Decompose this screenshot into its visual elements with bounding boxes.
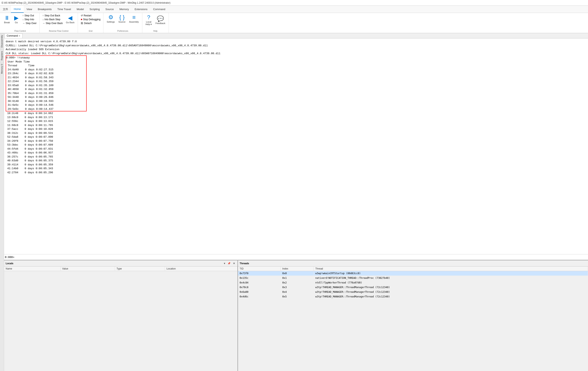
menu-item-model[interactable]: Model [74,6,87,13]
command-input-bar: 0:000> [4,254,588,260]
output-line-20: 13:68c0 0 days 0:00:13.171 [6,115,586,120]
output-line-19: 10:2c48 0 days 0:00:14.062 [6,111,586,115]
command-tab[interactable]: Command ✕ [4,33,22,38]
threads-col-tid: TID [238,266,281,271]
output-line-23: 37:5acc 0 days 0:00:10.828 [6,127,586,131]
output-line-18: 29:5d3c 0 days 0:00:14.437 [6,107,86,111]
output-line-3: CLR DLL status: Loaded DLL C:\ProgramDat… [6,51,586,56]
ribbon-btn-source[interactable]: { }Source [117,14,127,24]
output-line-17: 31:6e5c 0 days 0:00:14.546 [6,103,86,107]
thread-name: w3wp!wmainCRTStartup (00d63cc0) [314,271,588,276]
ribbon: ⏸Break▶Go↑Step Out↓Step Into→Step OverFl… [0,13,588,33]
menu-item-scripting[interactable]: Scripting [87,6,103,13]
menu-item-memory[interactable]: Memory [116,6,132,13]
command-output[interactable]: doesn t match desired version 4.8.4739.0… [4,38,588,254]
thread-index: 0x5 [281,294,314,299]
menu-item-command[interactable]: Command [150,6,168,13]
output-line-27: 53:3bbc 0 days 0:00:07.609 [6,143,586,147]
main-area: Command ✕ doesn t match desired version … [4,33,588,371]
thread-tid: 0x4c84 [238,281,281,285]
menu-item-breakpoints[interactable]: Breakpoints [35,6,55,13]
threads-panel-header: Threads [238,261,588,266]
ribbon-btn-break[interactable]: ⏸Break [2,14,11,24]
menu-item-file[interactable]: 文件 [0,6,11,13]
thread-row[interactable]: 0x6a80 0x4 w3tp!THREAD_MANAGER::ThreadMa… [238,290,588,294]
ribbon-btn-step-into[interactable]: ↓Step Into [21,18,38,21]
menu-item-home[interactable]: Home [11,6,24,13]
ribbon-btn-step-over-back[interactable]: →Step Over Back [41,21,64,25]
menu-item-extensions[interactable]: Extensions [132,6,150,13]
thread-tid: 0x135c [238,276,281,281]
thread-name: nativerd!NOTIFICATION_THREAD::ThreadProc… [314,276,588,281]
ribbon-group-help: ?Local Help ▾💬FeedbackHelp [142,13,169,33]
thread-index: 0x0 [281,271,314,276]
locals-panel-dropdown[interactable]: ▾ [223,262,226,265]
ribbon-btn-go[interactable]: ▶Go [12,14,21,24]
locals-table: Name Value Type Location [4,266,237,271]
command-input-field[interactable] [15,256,587,259]
output-line-10: 21:4834 0 days 0:01:58.343 [6,76,86,80]
command-tab-close[interactable]: ✕ [19,35,20,37]
side-tab-disassembly[interactable]: Disassembly [0,33,4,49]
output-line-31: 40:63d0 0 days 0:00:05.375 [6,159,586,163]
locals-panel-header: Locals ▾ 📌 ✕ [4,261,237,266]
output-line-30: 36:257c 0 days 0:00:05.765 [6,155,586,159]
output-line-21: 12:556c 0 days 0:00:13.015 [6,119,586,123]
output-line-8: 24:6d40 0 days 0:02:27.515 [6,68,86,72]
menu-bar: 文件HomeViewBreakpointsTime TravelModelScr… [0,6,588,13]
ribbon-btn-assembly[interactable]: ≡Assembly [127,14,140,24]
threads-panel-title: Threads [240,262,249,265]
command-prompt: 0:000> [5,256,14,259]
ribbon-btn-step-out-back[interactable]: ↑Step Out Back [41,14,64,17]
thread-index: 0x3 [281,285,314,290]
ribbon-btn-local-help[interactable]: ?Local Help ▾ [144,14,154,27]
menu-item-view[interactable]: View [24,6,35,13]
output-line-32: 39:4114 0 days 0:00:05.359 [6,163,586,167]
output-line-9: 23:264c 0 days 0:02:02.828 [6,71,86,76]
ribbon-btn-go-back[interactable]: ◀Go Back [64,14,76,24]
output-line-7: Thread Time [6,64,86,68]
ribbon-btn-restart[interactable]: ↺Restart [80,14,102,17]
thread-row[interactable]: 0x4c84 0x2 ntdll!TppWorkerThread (776a97… [238,281,588,285]
ribbon-btn-feedback[interactable]: 💬Feedback [154,15,167,25]
thread-row[interactable]: 0x70c8 0x3 w3tp!THREAD_MANAGER::ThreadMa… [238,285,588,290]
output-line-12: 33:65a0 0 days 0:01:35.109 [6,83,86,88]
ribbon-group-title-end: End [89,29,93,32]
locals-col-type: Type [115,266,165,271]
output-line-24: 38:312c 0 days 0:00:09.531 [6,131,586,135]
output-line-16: 30:6140 0 days 0:00:18.593 [6,99,86,103]
locals-panel-close[interactable]: ✕ [232,262,236,265]
thread-row[interactable]: 0x73f0 0x0 w3wp!wmainCRTStartup (00d63cc… [238,271,588,276]
ribbon-btn-step-out[interactable]: ↑Step Out [21,14,38,17]
locals-panel: Locals ▾ 📌 ✕ Name Value Type Location [4,261,238,371]
output-line-26: 34:26f8 0 days 0:00:07.750 [6,139,586,143]
menu-item-source[interactable]: Source [103,6,116,13]
locals-panel-pin[interactable]: 📌 [227,262,231,265]
output-line-11: 22:2344 0 days 0:01:56.359 [6,80,86,83]
ribbon-btn-step-into-back[interactable]: ↓Into Back Step [41,18,64,21]
locals-col-value: Value [61,266,115,271]
ribbon-group-preferences: ⚙Settings{ }Source≡AssemblyPreferences [104,13,142,33]
ribbon-btn-stop-debugging[interactable]: ■Stop Debugging [80,18,102,21]
thread-name: w3tp!THREAD_MANAGER::ThreadManagerThread… [314,294,588,299]
side-tab-memory-0[interactable]: Memory 0 [0,62,4,75]
output-line-29: 43:466c 0 days 0:00:06.937 [6,151,586,155]
output-line-6: User Mode Time [6,60,86,64]
output-line-34: 42:2704 0 days 0:00:05.296 [6,171,586,175]
ribbon-group-end: ↺Restart■Stop Debugging⛓DetachEnd [78,13,104,33]
ribbon-btn-step-over[interactable]: →Step Over [21,21,38,25]
title-bar: E:\IIS W3WP\w3wp (2)_202409040845_32task… [0,0,588,6]
output-line-28: 44:5fd4 0 days 0:00:07.031 [6,147,586,151]
ribbon-btn-settings[interactable]: ⚙Settings [105,14,116,24]
thread-tid: 0x70c8 [238,285,281,290]
thread-row[interactable]: 0x135c 0x1 nativerd!NOTIFICATION_THREAD:… [238,276,588,281]
ribbon-group-title-reverse-flow-control: Reverse Flow Control [49,29,68,32]
menu-item-timetravel[interactable]: Time Travel [54,6,74,13]
output-line-15: 56:3440 0 days 0:00:26.046 [6,95,86,99]
threads-table: TID Index Thread 0x73f0 0x0 w3wp!wmainCR… [238,266,588,299]
side-tab-registers[interactable]: Registers [0,49,4,62]
locals-panel-actions: ▾ 📌 ✕ [223,262,236,265]
thread-row[interactable]: 0x4d6c 0x5 w3tp!THREAD_MANAGER::ThreadMa… [238,294,588,299]
ribbon-group-title-help: Help [153,29,158,32]
ribbon-btn-detach[interactable]: ⛓Detach [80,21,102,25]
